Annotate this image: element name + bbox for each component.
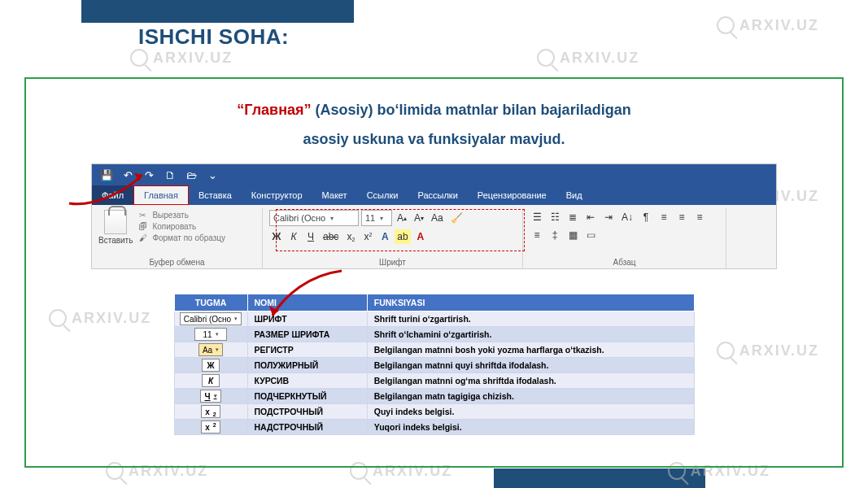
tab-layout[interactable]: Макет [312, 185, 357, 205]
func-cell: Belgilangan matn tagigiga chizish. [367, 389, 694, 404]
table-row: x2НАДСТРОЧНЫЙYuqori indeks belgisi. [174, 420, 694, 435]
superscript-button[interactable]: x2 [360, 229, 375, 244]
cut-button[interactable]: ✂Вырезать [139, 210, 225, 220]
font-color-button[interactable]: A [413, 229, 428, 244]
font-size-combo[interactable]: 11▾ [361, 210, 392, 226]
clear-format-button[interactable]: 🧹 [448, 211, 465, 225]
copy-icon: 🗐 [139, 221, 149, 231]
page-title: ISHCHI SOHA: [138, 24, 289, 50]
ribbon-tabs: Файл Главная Вставка Конструктор Макет С… [92, 185, 776, 205]
nomi-cell: ШРИФТ [247, 312, 367, 327]
tugma-chip: Calibri (Осно ▾ [180, 312, 242, 325]
scissors-icon: ✂ [139, 210, 149, 220]
group-clipboard: Вставить ✂Вырезать 🗐Копировать 🖌Формат п… [92, 208, 263, 268]
subtitle-rest1: (Asosiy) bo‘limida matnlar bilan bajaril… [312, 102, 631, 118]
borders-button[interactable]: ▭ [583, 228, 598, 242]
paste-button[interactable]: Вставить [98, 210, 133, 245]
multilevel-button[interactable]: ≣ [565, 210, 580, 224]
numbering-button[interactable]: ☷ [547, 210, 562, 224]
open-icon[interactable]: 🗁 [185, 168, 198, 181]
tugma-cell: Ж [174, 358, 247, 373]
shrink-font-button[interactable]: A▾ [412, 211, 426, 225]
nomi-cell: КУРСИВ [247, 373, 367, 389]
nomi-cell: РЕГИСТР [247, 342, 367, 358]
indent-dec-button[interactable]: ⇤ [583, 210, 598, 224]
tab-review[interactable]: Рецензирование [468, 185, 556, 205]
tugma-chip: К [202, 374, 220, 387]
tab-design[interactable]: Конструктор [242, 185, 312, 205]
tugma-chip: Aa ▾ [198, 343, 223, 356]
clipboard-icon [104, 210, 127, 234]
group-label-paragraph: Абзац [530, 256, 719, 267]
shading-button[interactable]: ▦ [565, 228, 580, 242]
tab-mailings[interactable]: Рассылки [408, 185, 467, 205]
save-icon[interactable]: 💾 [100, 168, 113, 181]
tugma-chip: x2 [201, 420, 220, 434]
tugma-chip: Ч ▾ [200, 390, 220, 403]
nomi-cell: РАЗМЕР ШРИФТА [247, 327, 367, 342]
indent-inc-button[interactable]: ⇥ [601, 210, 616, 224]
new-icon[interactable]: 🗋 [164, 168, 177, 181]
redo-icon[interactable]: ↷ [142, 168, 155, 181]
strike-button[interactable]: abc [321, 229, 341, 244]
bullets-button[interactable]: ☰ [530, 210, 544, 224]
word-ribbon: 💾 ↶ ↷ 🗋 🗁 ⌄ Файл Главная Вставка Констру… [91, 163, 777, 269]
tugma-cell: x2 [174, 420, 247, 435]
tab-insert[interactable]: Вставка [189, 185, 242, 205]
tab-references[interactable]: Ссылки [357, 185, 408, 205]
subscript-button[interactable]: x2 [343, 229, 358, 244]
content-frame: “Главная” (Asosiy) bo‘limida matnlar bil… [24, 77, 844, 468]
watermark: ARXIV.UZ [130, 49, 233, 67]
tugma-cell: x2 [174, 404, 247, 420]
group-label-clipboard: Буфер обмена [98, 256, 255, 267]
copy-button[interactable]: 🗐Копировать [139, 221, 225, 231]
tugma-cell: К [174, 373, 247, 389]
group-font: Calibri (Осно▾ 11▾ A▴ A▾ Aa 🧹 Ж К Ч abc … [263, 208, 523, 268]
bottom-accent-block [494, 468, 705, 488]
func-cell: Belgilangan matnni og‘ma shriftda ifodal… [367, 373, 694, 389]
tugma-chip: Ж [202, 359, 220, 372]
nomi-cell: ПОДЧЕРКНУТЫЙ [247, 389, 367, 404]
bold-button[interactable]: Ж [269, 229, 284, 244]
tab-home[interactable]: Главная [133, 185, 189, 205]
paste-label: Вставить [98, 236, 133, 245]
text-effects-button[interactable]: A [377, 229, 392, 244]
italic-button[interactable]: К [286, 229, 301, 244]
func-cell: Shrift o‘lchamini o‘zgartirish. [367, 327, 694, 342]
group-paragraph: ☰ ☷ ≣ ⇤ ⇥ A↓ ¶ ≡ ≡ ≡ ≡ ‡ ▦ ▭ Абзац [523, 208, 726, 268]
shortcuts-table: TUGMA NOMI FUNKSIYASI Calibri (Осно ▾ШРИ… [174, 294, 695, 435]
tugma-cell: Aa ▾ [174, 342, 247, 358]
highlight-button[interactable]: ab [395, 229, 410, 244]
undo-icon[interactable]: ↶ [121, 168, 134, 181]
format-painter-button[interactable]: 🖌Формат по образцу [139, 233, 225, 242]
grow-font-button[interactable]: A▴ [395, 211, 409, 225]
font-name-combo[interactable]: Calibri (Осно▾ [269, 210, 359, 226]
line-spacing-button[interactable]: ‡ [547, 228, 562, 242]
brush-icon: 🖌 [139, 233, 149, 242]
th-funksiyasi: FUNKSIYASI [367, 294, 694, 312]
tab-file[interactable]: Файл [92, 185, 133, 205]
watermark: ARXIV.UZ [717, 16, 819, 34]
align-center-button[interactable]: ≡ [674, 210, 689, 224]
sort-button[interactable]: A↓ [619, 210, 635, 224]
ribbon-body: Вставить ✂Вырезать 🗐Копировать 🖌Формат п… [92, 205, 776, 268]
watermark: ARXIV.UZ [537, 49, 639, 67]
align-right-button[interactable]: ≡ [692, 210, 707, 224]
tab-view[interactable]: Вид [556, 185, 592, 205]
change-case-button[interactable]: Aa [429, 211, 446, 225]
group-label-font: Шрифт [269, 256, 516, 267]
nomi-cell: ПОЛУЖИРНЫЙ [247, 358, 367, 373]
tugma-cell: Ч ▾ [174, 389, 247, 404]
qat-more-icon[interactable]: ⌄ [206, 168, 219, 181]
subtitle-line2: asosiy uskuna va funksiyalar mavjud. [303, 131, 565, 147]
pilcrow-button[interactable]: ¶ [639, 210, 653, 224]
justify-button[interactable]: ≡ [530, 228, 544, 242]
table-row: 11 ▾РАЗМЕР ШРИФТАShrift o‘lchamini o‘zga… [174, 327, 694, 342]
nomi-cell: ПОДСТРОЧНЫЙ [247, 404, 367, 420]
table-row: Calibri (Осно ▾ШРИФТShrift turini o‘zgar… [174, 312, 694, 327]
th-nomi: NOMI [247, 294, 367, 312]
underline-button[interactable]: Ч [303, 229, 318, 244]
align-left-button[interactable]: ≡ [656, 210, 671, 224]
nomi-cell: НАДСТРОЧНЫЙ [247, 420, 367, 435]
top-accent-block [81, 0, 354, 23]
